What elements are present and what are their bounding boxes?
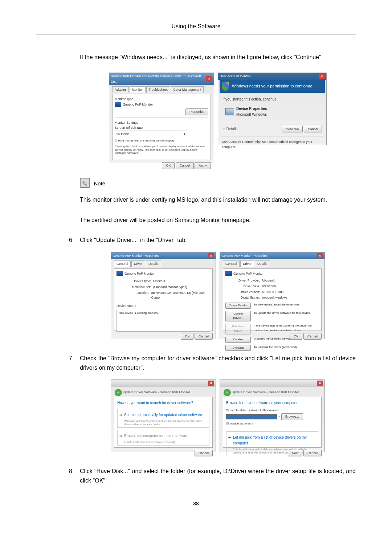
cancel-button[interactable]: Cancel <box>303 333 322 340</box>
note-label: Note <box>94 180 105 186</box>
disable-button[interactable]: Disable <box>225 337 251 343</box>
pick-from-list-option[interactable]: ➜Let me pick from a list of device drive… <box>228 435 317 446</box>
driver-details-desc: To view details about the driver files. <box>254 303 319 307</box>
tabs: General Driver Details <box>223 260 322 267</box>
step-6: 6. Click "Update Driver..." in the "Driv… <box>69 235 356 245</box>
status-label: Device status <box>117 303 210 308</box>
driver-details-button[interactable]: Driver Details <box>225 303 251 309</box>
uninstall-desc: To uninstall the driver (Advanced). <box>254 345 319 350</box>
figure-row-2: Generic PnP Monitor Properties × General… <box>80 252 356 339</box>
tab-driver[interactable]: Driver <box>240 260 254 267</box>
close-icon[interactable]: × <box>317 253 323 258</box>
cancel-button[interactable]: Cancel <box>176 162 194 169</box>
titlebar: × <box>220 380 324 386</box>
device-type-label: Device type: <box>124 279 151 284</box>
monitor-name: Generic PnP Monitor <box>124 272 155 275</box>
version-label: Driver Version: <box>233 290 260 295</box>
properties-button[interactable]: Properties <box>185 108 208 115</box>
back-arrow-icon[interactable]: ← <box>224 389 231 396</box>
chevron-down-icon: ▾ <box>184 131 185 136</box>
close-icon[interactable]: × <box>319 74 325 79</box>
monitor-name: Generic PnP Monitor <box>233 272 264 275</box>
date-value: 6/21/2006 <box>262 284 276 289</box>
browse-computer-desc: Locate and install driver software manua… <box>124 440 208 444</box>
tab-driver[interactable]: Driver <box>131 260 145 267</box>
driver-properties-general: Generic PnP Monitor Properties × General… <box>111 252 216 339</box>
continue-button[interactable]: Continue <box>282 126 303 132</box>
monitor-icon <box>115 102 121 107</box>
step-text: Click "Update Driver..." in the "Driver"… <box>80 235 356 245</box>
uac-permission-band: Windows needs your permission to contion… <box>220 80 325 93</box>
update-driver-wizard-browse: × ← Update Driver Software - Generic PnP… <box>220 379 325 452</box>
tab-general[interactable]: General <box>223 260 240 267</box>
page-number: 38 <box>36 500 356 508</box>
window-title: Generic PnP Monitor Properties <box>113 253 159 258</box>
tab-monitor[interactable]: Monitor <box>130 86 146 93</box>
window-title: Generic PnP Monitor and NVIDIA GeForce 6… <box>111 74 206 84</box>
step-number: 7. <box>69 354 80 372</box>
browse-button[interactable]: Browse... <box>281 413 303 420</box>
refresh-rate-dropdown[interactable]: 60 Hertz▾ <box>115 131 187 137</box>
signer-label: Digital Signer: <box>233 295 260 300</box>
search-auto-option[interactable]: ➜Search automatically for updated driver… <box>119 412 208 418</box>
rollback-driver-button[interactable]: Roll Back Driver <box>225 324 251 335</box>
details-toggle[interactable]: Details <box>226 127 238 131</box>
tab-panel: Generic PnP Monitor Driver Provider:Micr… <box>223 268 322 331</box>
close-icon[interactable]: × <box>208 253 214 258</box>
step-text: Click "Have Disk..." and select the fold… <box>80 467 356 485</box>
cancel-button[interactable]: Cancel <box>195 333 213 340</box>
program-name: Device Properties <box>236 106 267 112</box>
titlebar: Generic PnP Monitor Properties × <box>220 253 324 259</box>
next-button[interactable]: Next <box>288 450 303 456</box>
cancel-button[interactable]: Cancel <box>303 450 322 456</box>
figure-row-3: × ← Update Driver Software - Generic PnP… <box>80 379 356 452</box>
hide-modes-checkbox[interactable]: ☑ Hide modes that this monitor cannot di… <box>115 139 208 143</box>
monitor-type-label: Monitor Type <box>115 97 208 102</box>
tab-color[interactable]: Color Management <box>171 86 204 93</box>
driver-properties-driver: Generic PnP Monitor Properties × General… <box>220 252 325 339</box>
breadcrumb: Update Driver Software - Generic PnP Mon… <box>232 390 299 394</box>
browse-computer-option[interactable]: ➜Browse my computer for driver software <box>119 433 208 439</box>
monitor-icon <box>117 271 123 276</box>
shield-icon <box>222 82 229 91</box>
update-driver-button[interactable]: Update Driver... <box>225 311 251 322</box>
arrow-icon: ➜ <box>228 435 231 446</box>
monitor-icon <box>225 271 232 276</box>
tab-adapter[interactable]: Adapter <box>112 86 129 93</box>
ok-button[interactable]: OK <box>162 162 175 169</box>
device-properties-icon <box>225 108 234 115</box>
monitor-settings-label: Monitor Settings <box>115 120 208 125</box>
cancel-button[interactable]: Cancel <box>195 450 213 456</box>
step-7: 7. Check the "Browse my computer for dri… <box>69 354 356 372</box>
uninstall-button[interactable]: Uninstall <box>225 345 251 351</box>
uac-message: Windows needs your permission to contion… <box>232 83 313 90</box>
close-icon[interactable]: × <box>317 381 323 386</box>
uac-action-label: If you started this action, continue. <box>221 95 323 104</box>
tab-panel: Monitor Type Generic PnP Monitor Propert… <box>112 94 211 160</box>
tab-troubleshoot[interactable]: Troubleshoot <box>146 86 170 93</box>
cancel-button[interactable]: Cancel <box>304 126 322 132</box>
uac-dialog: User Account Control × Windows needs you… <box>218 73 327 145</box>
step-number: 8. <box>69 467 80 485</box>
back-arrow-icon[interactable]: ← <box>115 389 122 396</box>
date-label: Driver Date: <box>233 284 260 289</box>
apply-button[interactable]: Apply <box>195 162 211 169</box>
titlebar: User Account Control × <box>218 73 326 79</box>
ok-button[interactable]: OK <box>181 333 193 340</box>
tab-general[interactable]: General <box>114 260 131 267</box>
tabs: General Driver Details <box>114 260 213 267</box>
refresh-rate-label: Screen refresh rate: <box>115 125 208 130</box>
arrow-icon: ➜ <box>119 433 122 439</box>
search-location-label: Search for driver software in this locat… <box>226 408 318 413</box>
close-icon[interactable]: × <box>208 381 214 386</box>
tab-details[interactable]: Details <box>146 260 161 267</box>
include-subfolders-checkbox[interactable]: ☑ Include subfolders <box>226 422 318 426</box>
location-input[interactable] <box>226 414 277 419</box>
dialog-buttons: OK Cancel <box>114 333 213 340</box>
close-icon[interactable]: × <box>206 76 212 81</box>
breadcrumb: Update Driver Software - Generic PnP Mon… <box>123 390 190 394</box>
update-driver-desc: To update the driver software for this d… <box>254 311 319 316</box>
figure-row-1: Generic PnP Monitor and NVIDIA GeForce 6… <box>80 73 356 163</box>
tab-details[interactable]: Details <box>255 260 270 267</box>
ok-button[interactable]: OK <box>290 333 302 340</box>
